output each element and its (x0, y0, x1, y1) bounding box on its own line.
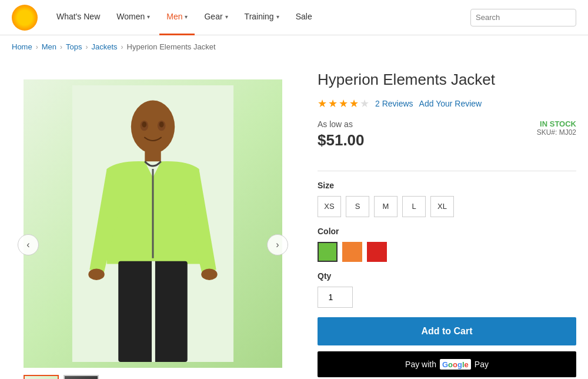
add-review-link[interactable]: Add Your Review (419, 99, 482, 108)
gpay-g-icon: G (442, 360, 448, 369)
divider-1 (318, 171, 576, 171)
size-option-s[interactable]: S (346, 196, 369, 217)
nav-item-training[interactable]: Training▾ (238, 0, 286, 35)
breadcrumb: Home›Men›Tops›Jackets›Hyperion Elements … (0, 35, 588, 58)
size-option-l[interactable]: L (402, 196, 426, 217)
header: What's NewWomen▾Men▾Gear▾Training▾Sale (0, 0, 588, 35)
star-1: ★ (318, 97, 327, 110)
carousel-next-button[interactable]: › (267, 234, 288, 255)
color-label: Color (318, 227, 576, 236)
thumbnail-list (24, 375, 282, 379)
rating-row: ★ ★ ★ ★ ★ 2 Reviews Add Your Review (318, 97, 576, 110)
size-option-m[interactable]: M (374, 196, 397, 217)
color-swatch-orange[interactable] (342, 242, 362, 262)
nav-item-gear-chevron: ▾ (225, 14, 228, 20)
main-content: ‹ (0, 58, 588, 379)
color-swatch-red[interactable] (367, 242, 387, 262)
product-image (24, 79, 282, 368)
size-section: Size XSSMLXL (318, 181, 576, 217)
star-5: ★ (360, 97, 369, 110)
product-details: Hyperion Elements Jacket ★ ★ ★ ★ ★ 2 Rev… (318, 64, 576, 379)
nav-item-sale[interactable]: Sale (289, 0, 319, 35)
product-image-svg (71, 85, 235, 362)
stock-row: As low as $51.00 IN STOCK SKU#: MJ02 (318, 119, 576, 161)
nav-item-men[interactable]: Men▾ (159, 0, 195, 35)
gpay-o1-icon: o (448, 360, 453, 369)
breadcrumb-current: Hyperion Elements Jacket (127, 42, 216, 51)
size-option-xl[interactable]: XL (430, 196, 454, 217)
color-swatch-green[interactable] (318, 242, 338, 262)
nav-item-women-chevron: ▾ (147, 14, 150, 20)
search-input[interactable] (470, 9, 576, 26)
price-prefix: As low as (318, 119, 365, 129)
sku-label: SKU#: MJ02 (537, 128, 576, 137)
svg-rect-7 (152, 261, 155, 362)
breadcrumb-separator: › (85, 43, 88, 51)
availability-label: IN STOCK (537, 119, 576, 128)
breadcrumb-link-men[interactable]: Men (42, 42, 56, 51)
nav-item-whats-new[interactable]: What's New (49, 0, 107, 35)
google-pay-button[interactable]: Pay with Google Pay (318, 351, 576, 377)
svg-point-1 (131, 100, 175, 153)
breadcrumb-separator: › (36, 43, 38, 51)
qty-section: Qty (318, 271, 576, 308)
size-option-xs[interactable]: XS (318, 196, 341, 217)
thumbnail-green[interactable] (24, 375, 59, 379)
product-title: Hyperion Elements Jacket (318, 70, 576, 90)
product-price: $51.00 (318, 131, 365, 149)
header-right (470, 9, 576, 26)
color-options (318, 242, 576, 262)
reviews-link[interactable]: 2 Reviews (375, 99, 413, 108)
qty-input[interactable] (318, 287, 353, 308)
size-label: Size (318, 181, 576, 190)
main-nav: What's NewWomen▾Men▾Gear▾Training▾Sale (49, 0, 319, 35)
qty-label: Qty (318, 271, 576, 281)
star-4: ★ (349, 97, 359, 110)
nav-item-gear[interactable]: Gear▾ (197, 0, 235, 35)
availability-section: IN STOCK SKU#: MJ02 (537, 119, 576, 137)
add-to-cart-button[interactable]: Add to Cart (318, 317, 576, 345)
color-section: Color (318, 227, 576, 262)
nav-item-women[interactable]: Women▾ (109, 0, 157, 35)
star-2: ★ (328, 97, 338, 110)
carousel-prev-button[interactable]: ‹ (18, 234, 39, 255)
gpay-e-icon: e (465, 360, 469, 369)
size-options: XSSMLXL (318, 196, 576, 217)
product-image-placeholder (24, 79, 282, 368)
gpay-pay-label: Pay (475, 360, 489, 369)
logo-icon (12, 5, 38, 31)
image-section: ‹ (12, 64, 294, 379)
breadcrumb-separator: › (121, 43, 123, 51)
svg-point-11 (159, 122, 164, 128)
gpay-g2-icon: g (457, 360, 462, 369)
price-section: As low as $51.00 (318, 119, 365, 161)
breadcrumb-separator: › (60, 43, 62, 51)
svg-point-5 (201, 268, 217, 280)
star-rating: ★ ★ ★ ★ ★ (318, 97, 369, 110)
breadcrumb-link-home[interactable]: Home (12, 42, 32, 51)
sku-value: MJ02 (559, 128, 576, 137)
star-3: ★ (339, 97, 348, 110)
svg-point-4 (88, 268, 104, 280)
svg-point-10 (142, 122, 146, 128)
thumbnail-dark[interactable] (64, 375, 99, 379)
gpay-o2-icon: o (453, 360, 457, 369)
gpay-pay-with-label: Pay with (405, 360, 436, 369)
nav-item-men-chevron: ▾ (185, 14, 188, 20)
sku-prefix: SKU#: (537, 128, 557, 137)
breadcrumb-link-jackets[interactable]: Jackets (91, 42, 117, 51)
breadcrumb-link-tops[interactable]: Tops (66, 42, 82, 51)
nav-item-training-chevron: ▾ (276, 14, 279, 20)
svg-rect-2 (145, 150, 161, 162)
